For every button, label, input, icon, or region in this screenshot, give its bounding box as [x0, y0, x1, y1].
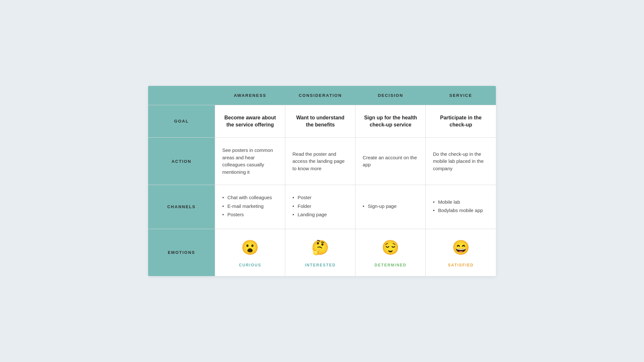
goal-consideration: Want to understand the benefits: [285, 105, 355, 138]
header-row: AWARENESS CONSIDERATION DECISION SERVICE: [148, 86, 496, 105]
channels-service: Mobile lab Bodylabs mobile app: [426, 185, 496, 229]
channels-row: CHANNELS Chat with colleagues E-mail mar…: [148, 185, 496, 229]
satisfied-label: SATISFIED: [448, 263, 474, 267]
action-decision: Create an account on the app: [355, 138, 426, 185]
goal-decision: Sign up for the health check-up service: [355, 105, 426, 138]
header-service: SERVICE: [426, 86, 496, 105]
interested-label: INTERESTED: [305, 263, 336, 267]
action-awareness: See posters in common areas and hear col…: [215, 138, 285, 185]
emotions-consideration: 🤔 INTERESTED: [285, 229, 355, 276]
action-service: Do the check-up in the mobile lab placed…: [426, 138, 496, 185]
curious-emoji: 😮: [218, 237, 282, 258]
header-awareness: AWARENESS: [215, 86, 285, 105]
action-label: ACTION: [148, 138, 215, 185]
channels-label: CHANNELS: [148, 185, 215, 229]
channels-consideration: Poster Folder Landing page: [285, 185, 355, 229]
emotions-label: EMOTIONS: [148, 229, 215, 276]
list-item: Posters: [222, 211, 278, 218]
list-item: Bodylabs mobile app: [433, 207, 489, 214]
list-item: Sign-up page: [363, 203, 418, 210]
list-item: Mobile lab: [433, 199, 489, 206]
goal-label: GOAL: [148, 105, 215, 138]
determined-label: DETERMINED: [374, 263, 406, 267]
list-item: Folder: [292, 203, 348, 210]
action-row: ACTION See posters in common areas and h…: [148, 138, 496, 185]
header-consideration: CONSIDERATION: [285, 86, 355, 105]
header-decision: DECISION: [355, 86, 426, 105]
curious-label: CURIOUS: [239, 263, 261, 267]
header-empty-cell: [148, 86, 215, 105]
emotions-decision: 😌 DETERMINED: [355, 229, 426, 276]
list-item: E-mail marketing: [222, 203, 278, 210]
goal-row: GOAL Become aware about the service offe…: [148, 105, 496, 138]
action-consideration: Read the poster and access the landing p…: [285, 138, 355, 185]
channels-awareness: Chat with colleagues E-mail marketing Po…: [215, 185, 285, 229]
determined-emoji: 😌: [359, 237, 422, 258]
interested-emoji: 🤔: [289, 237, 352, 258]
goal-service: Participate in the check-up: [426, 105, 496, 138]
list-item: Chat with colleagues: [222, 194, 278, 201]
goal-awareness: Become aware about the service offering: [215, 105, 285, 138]
emotions-awareness: 😮 CURIOUS: [215, 229, 285, 276]
emotions-service: 😄 SATISFIED: [426, 229, 496, 276]
emotions-row: EMOTIONS 😮 CURIOUS 🤔 INTERESTED 😌 DETERM…: [148, 229, 496, 276]
list-item: Poster: [292, 194, 348, 201]
satisfied-emoji: 😄: [429, 237, 493, 258]
journey-map-table: AWARENESS CONSIDERATION DECISION SERVICE…: [148, 86, 496, 276]
list-item: Landing page: [292, 211, 348, 218]
channels-decision: Sign-up page: [355, 185, 426, 229]
